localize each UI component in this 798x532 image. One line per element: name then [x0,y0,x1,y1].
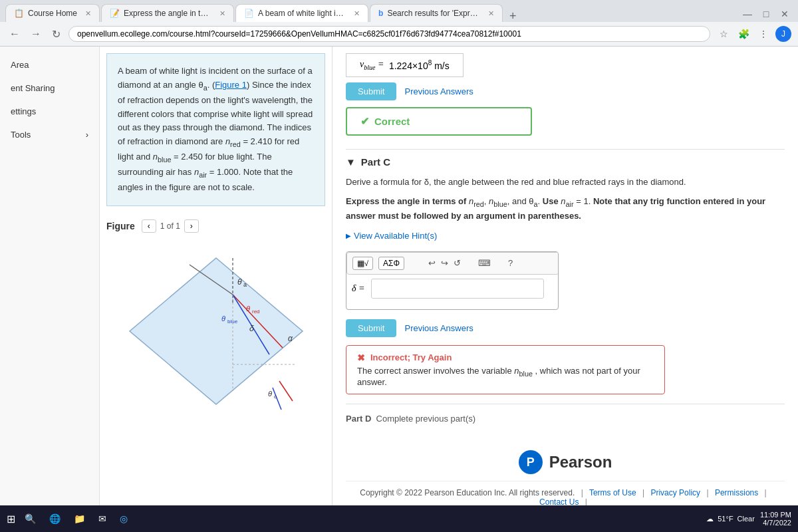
matrix-sqrt-button[interactable]: ▦√ [352,257,373,270]
svg-text:θ: θ [246,305,250,313]
figure-section: Figure ‹ 1 of 1 › [100,213,332,431]
reload-button[interactable]: ↻ [49,27,63,42]
tab-express-angle[interactable]: 📝 Express the angle in terms of nre ✕ [101,4,234,22]
part-d-section: Part D Complete previous part(s) [346,414,785,424]
sidebar-item-sharing[interactable]: ent Sharing [0,76,99,100]
taskbar-edge-icon[interactable]: ◎ [116,511,132,527]
part-c-label: Part C [361,156,390,168]
greek-button[interactable]: ΑΣΦ [378,257,404,270]
figure-label: Figure [106,221,135,231]
extensions-button[interactable]: 🧩 [735,26,751,42]
svg-text:α: α [288,334,293,343]
divider [346,149,785,150]
maximize-button[interactable]: □ [758,6,774,22]
delta-input[interactable] [371,279,544,299]
profile-button[interactable]: J [775,26,791,42]
velocity-label: vblue = [360,59,386,71]
svg-line-12 [279,381,293,401]
taskbar-clock: 11:09 PM 4/7/2022 [760,511,791,527]
taskbar-files-icon[interactable]: 📁 [70,511,89,527]
submit-prev-row-partc: Submit Previous Answers [346,319,785,337]
weather-label: Clear [737,515,755,523]
tab-close-btn-3[interactable]: ✕ [354,9,360,18]
figure-header: Figure ‹ 1 of 1 › [106,219,325,233]
figure-prev-button[interactable]: ‹ [142,219,156,233]
velocity-value: 1.224×108 m/s [389,59,450,71]
privacy-policy-link[interactable]: Privacy Policy [650,488,700,497]
back-button[interactable]: ← [7,27,23,41]
help-button[interactable]: ? [508,258,513,268]
delta-label: δ = [352,283,364,294]
new-tab-button[interactable]: + [504,10,522,22]
incorrect-header: ✖ Incorrect; Try Again [357,352,654,363]
view-hint[interactable]: ▶ View Available Hint(s) [346,231,785,241]
check-icon: ✔ [360,115,369,128]
tab-course-home[interactable]: 📋 Course Home ✕ [5,4,100,22]
delta-input-row: δ = [346,275,558,303]
part-b-section: vblue = 1.224×108 m/s Submit Previous An… [346,53,785,136]
close-window-button[interactable]: ✕ [777,6,793,22]
submit-button-partb[interactable]: Submit [346,82,396,100]
hint-triangle-icon: ▶ [346,232,351,239]
tab-beam-white-light[interactable]: 📄 A beam of white light is incident ✕ [235,4,368,22]
correct-box: ✔ Correct [346,107,532,136]
taskbar-browser-icon[interactable]: 🌐 [45,511,65,527]
sidebar-item-settings[interactable]: ettings [0,100,99,123]
svg-text:θ: θ [237,277,242,287]
tab-bar: 📋 Course Home ✕ 📝 Express the angle in t… [0,0,798,22]
date-display: 4/7/2022 [760,519,791,527]
prev-answers-link-partb[interactable]: Previous Answers [404,86,473,96]
prev-answers-link-partc[interactable]: Previous Answers [404,323,473,333]
figure-nav: ‹ 1 of 1 › [142,219,199,233]
diagram-container: θ a θ red θ blue δ [106,238,325,424]
bookmark-button[interactable]: ☆ [716,26,732,42]
svg-text:δ: δ [249,324,254,333]
tab-close-btn-2[interactable]: ✕ [219,9,225,18]
tab-search-results[interactable]: b Search results for 'Express the an' ✕ [370,4,503,22]
reset-button[interactable]: ↺ [454,258,461,268]
submit-button-partc[interactable]: Submit [346,319,396,337]
undo-button[interactable]: ↩ [428,258,436,268]
terms-of-use-link[interactable]: Terms of Use [589,488,636,497]
minimize-button[interactable]: — [739,6,755,22]
permissions-link[interactable]: Permissions [715,488,758,497]
chevron-right-icon: › [86,130,88,140]
sidebar-item-tools[interactable]: Tools › [0,123,99,146]
part-d-text: Complete previous part(s) [374,414,475,424]
forward-button[interactable]: → [28,27,44,41]
address-input[interactable] [68,26,710,42]
time-display: 11:09 PM [760,511,791,519]
start-button[interactable]: ⊞ [7,513,15,525]
tab-close-btn[interactable]: ✕ [85,9,91,18]
svg-text:red: red [252,309,260,315]
keyboard-button[interactable]: ⌨ [478,258,491,268]
svg-marker-0 [130,258,303,404]
sidebar: Area ent Sharing ettings Tools › [0,47,100,524]
redo-button[interactable]: ↪ [441,258,448,268]
pearson-section: P Pearson [346,437,785,481]
search-taskbar-icon[interactable]: 🔍 [21,511,40,527]
more-button[interactable]: ⋮ [755,26,771,42]
sidebar-item-area[interactable]: Area [0,53,99,76]
temperature: 51°F [718,515,733,523]
figure-next-button[interactable]: › [184,219,199,233]
tab-close-btn-4[interactable]: ✕ [488,9,494,18]
math-input-container: ▦√ ΑΣΦ ↩ ↪ ↺ ⌨ ? δ = [346,251,559,310]
taskbar-right: ☁ 51°F Clear 11:09 PM 4/7/2022 [706,511,791,527]
tab-favicon-3: 📄 [244,9,254,18]
incorrect-box: ✖ Incorrect; Try Again The correct answe… [346,345,665,395]
main-layout: Area ent Sharing ettings Tools › A beam … [0,47,798,524]
part-c-section: ▼ Part C Derive a formula for δ, the ang… [346,156,785,394]
taskbar-mail-icon[interactable]: ✉ [94,511,110,527]
right-content: vblue = 1.224×108 m/s Submit Previous An… [332,47,798,524]
figure-link[interactable]: Figure 1 [215,80,247,90]
collapse-icon: ▼ [346,156,356,168]
velocity-display: vblue = 1.224×108 m/s [346,53,464,77]
svg-text:θ: θ [221,315,225,323]
taskbar: ⊞ 🔍 🌐 📁 ✉ ◎ ☁ 51°F Clear 11:09 PM 4/7/20… [0,505,798,532]
part-c-header[interactable]: ▼ Part C [346,156,785,168]
weather-icon: ☁ [706,515,714,523]
svg-text:θ: θ [268,390,272,398]
diamond-diagram: θ a θ red θ blue δ [123,245,309,418]
pearson-name: Pearson [549,453,612,471]
